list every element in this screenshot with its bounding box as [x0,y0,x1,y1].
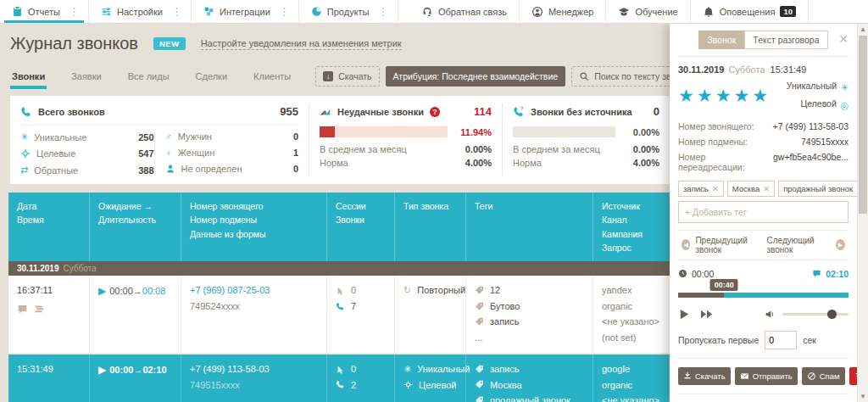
fast-forward-button[interactable] [699,308,714,321]
more-tags[interactable]: ... [475,330,584,346]
tag-chip[interactable]: запись✕ [678,181,724,197]
remove-tag-icon[interactable]: ✕ [763,184,770,193]
nav-item-label: Отчеты [28,7,60,17]
remove-tag-icon[interactable]: ✕ [712,184,719,193]
nav-kebab-icon[interactable]: ⋮ [168,5,186,18]
nav-item-feedback[interactable]: Обратная связь [409,0,520,23]
download-icon: ↓ [323,71,333,81]
page-title: Журнал звонков [10,34,138,53]
play-icon[interactable]: ▶ [98,285,106,297]
calls-table: ДатаВремя Ожидание →Длительность Номер з… [8,193,670,402]
volume-knob[interactable] [827,310,837,319]
download-icon [683,371,692,380]
scroll-down-icon[interactable]: ▼ [858,391,868,402]
tab-all-leads[interactable]: Все лиды [126,64,171,89]
search-icon [579,71,589,81]
caller-number-link[interactable]: +7 (499) 113-58-03 [190,361,318,377]
new-badge: NEW [153,37,186,50]
panel-scrollbar[interactable]: ▲ ▼ [857,24,868,402]
download-button[interactable]: ↓ Скачать [315,66,379,87]
scroll-up-icon[interactable]: ▲ [858,24,868,35]
caller-number-link[interactable]: +7 (969) 087-25-03 [190,282,318,299]
call-text-search-button[interactable]: Поиск по тексту звонка [571,66,670,87]
comment-icon[interactable] [17,304,28,315]
nav-item-label: Интеграции [220,7,270,17]
tab-deals[interactable]: Сделки [194,64,230,89]
player-progress-bar[interactable]: 00:40 [678,293,849,298]
next-call-button[interactable]: Следующий звонок▶ [764,231,849,260]
date-group-row: 30.11.2019Суббота [8,261,670,276]
panel-tab-transcript[interactable]: Текст разговора [744,31,827,49]
volume-slider[interactable] [782,313,849,315]
callback-icon: ⇄ [20,165,28,176]
phone-icon [20,106,32,118]
help-icon[interactable]: ? [430,107,440,117]
nav-item-reports[interactable]: Отчеты ⋮ [0,0,89,23]
panel-download-button[interactable]: Скачать [678,367,731,385]
person-circle-icon [531,6,543,18]
list-icon[interactable] [33,304,44,315]
play-button[interactable] [678,308,691,321]
nav-item-settings[interactable]: Настройки ⋮ [89,0,192,23]
table-row-selected[interactable]: 15:31:49 ▶00:00→02:10 +7 (499) 113-58-03… [8,355,670,402]
table-row[interactable]: 16:37:11 ▶00:00→00:08 +7 (969) 087-25-03… [8,276,670,355]
scrollbar-thumb[interactable] [859,36,867,214]
nav-item-label: Обучение [635,7,677,17]
tag-chip[interactable]: Москва✕ [727,181,775,197]
target-icon: ◎ [841,98,849,114]
svg-text:?: ? [520,106,524,111]
stat-failed-calls: Неудачные звонки ? 114 11.94% В среднем … [309,103,502,176]
nav-item-notifications[interactable]: Оповещения 10 [691,0,809,23]
section-information[interactable]: Информация [678,394,849,402]
notifications-count-badge: 10 [780,6,796,17]
play-icon[interactable]: ▶ [98,364,106,376]
graduation-cap-icon [618,6,630,18]
volume-icon[interactable] [765,309,776,320]
tag-icon [475,302,484,311]
player-times: 00:00 02:10 [678,260,849,281]
nav-item-label: Менеджер [548,7,593,17]
cursor-icon [336,365,345,374]
rating-stars[interactable]: ★★★★★ [678,86,771,106]
spam-button[interactable]: Спам [802,367,845,385]
target-icon [403,380,413,389]
nav-item-manager[interactable]: Менеджер [520,0,606,23]
delete-button[interactable]: Удалить [849,367,857,385]
nav-item-products[interactable]: Продукты ⋮ [299,0,398,23]
panel-tabs: Звонок Текст разговора ✕ [678,31,849,57]
tag-chip[interactable]: продажный звонок✕ [778,181,857,197]
previous-call-button[interactable]: ◀Предыдущий звонок [678,231,764,260]
metrics-notifications-link[interactable]: Настройте уведомления на изменения метри… [201,38,402,50]
tag-icon [475,380,484,389]
tag-chips: запись✕ Москва✕ продажный звонок✕ [678,175,849,201]
add-tag-input[interactable] [678,201,849,223]
close-icon[interactable]: ✕ [838,32,849,46]
field-forwarding-number: Номер переадресации:gw+fb5ea4c90be... [678,149,849,175]
stat-label: Всего звонков [38,107,105,117]
top-navigation: Отчеты ⋮ Настройки ⋮ Интеграции ⋮ Продук… [0,0,868,24]
tag-icon [475,396,484,402]
field-caller-number: Номер звонящего:+7 (499) 113-58-03 [678,119,849,134]
nav-kebab-icon[interactable]: ⋮ [275,5,293,18]
clock-icon [678,269,687,278]
report-tabs: Звонки Заявки Все лиды Сделки Клиенты ↓ … [0,62,670,91]
tag-icon [475,286,484,295]
skip-seconds-input[interactable] [765,331,797,349]
nav-item-integrations[interactable]: Интеграции ⋮ [192,0,299,23]
panel-tab-call[interactable]: Звонок [698,31,744,49]
field-substitute-number: Номер подмены:749515xxxx [678,134,849,149]
tab-calls[interactable]: Звонки [10,64,47,89]
attribution-button[interactable]: Атрибуция: Последнее взаимодействие [386,66,566,87]
panel-call-datetime: 30.11.2019Суббота15:31:49 [678,57,849,76]
tab-clients[interactable]: Клиенты [252,64,292,89]
next-icon: ▶ [836,239,845,250]
stat-value: 0 [654,105,659,118]
nav-item-education[interactable]: Обучение [606,0,690,23]
tab-requests[interactable]: Заявки [70,64,103,89]
nav-kebab-icon[interactable]: ⋮ [65,5,83,18]
send-button[interactable]: Отправить [735,367,798,385]
nav-kebab-icon[interactable]: ⋮ [375,5,392,18]
phone-icon [336,380,345,389]
stats-summary: Всего звонков 955 ✳Уникальные250 Целевые… [10,96,670,184]
nav-item-label: Продукты [327,7,370,17]
